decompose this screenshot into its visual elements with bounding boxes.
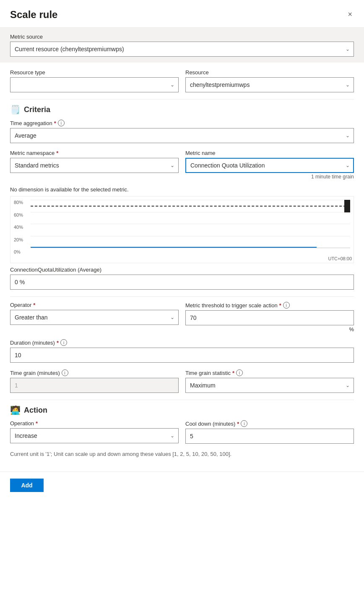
operator-threshold-row: Operator * Greater than ⌄ Metric thresho… [10,302,354,332]
operator-field: Operator * Greater than ⌄ [10,302,179,332]
close-button[interactable]: × [346,8,354,21]
divider-3 [10,400,354,400]
criteria-title: Criteria [24,105,50,114]
time-grain-statistic-label: Time grain statistic * i [185,369,354,376]
action-title: Action [24,406,47,415]
operation-label: Operation * [10,420,179,427]
resource-label: Resource [185,69,354,76]
metric-value-section: ConnectionQuotaUtilization (Average) 0 % [10,267,354,290]
metric-namespace-select[interactable]: Standard metrics [10,158,179,173]
resource-type-field: Resource type ⌄ [10,69,179,92]
grid-line-80 [31,200,350,200]
cool-down-label: Cool down (minutes) * i [185,420,354,427]
operator-required: * [33,302,35,308]
bottom-note: Current unit is '1'; Unit can scale up a… [10,450,354,458]
operator-label: Operator * [10,302,179,308]
duration-info-icon[interactable]: i [60,339,67,346]
operation-wrapper: Increase ⌄ [10,428,179,443]
time-grain-minutes-label: Time grain (minutes) i [10,369,179,376]
time-aggregation-select[interactable]: Average [10,128,354,143]
y-label-40: 40% [14,225,29,230]
metric-namespace-field: Metric namespace * Standard metrics ⌄ [10,150,179,180]
metric-threshold-unit: % [185,326,354,332]
action-header: 🧑‍💻 Action [10,405,354,415]
scale-rule-panel: Scale rule × Metric source Current resou… [0,0,364,499]
time-grain-statistic-wrapper: Maximum ⌄ [185,378,354,393]
operation-select[interactable]: Increase [10,428,179,443]
y-label-60: 60% [14,212,29,217]
metric-name-select[interactable]: Connection Quota Utilization [185,158,354,173]
cool-down-field: Cool down (minutes) * i [185,420,354,444]
metric-threshold-label: Metric threshold to trigger scale action… [185,302,354,309]
time-grain-statistic-info-icon[interactable]: i [236,369,243,376]
operation-field: Operation * Increase ⌄ [10,420,179,444]
cool-down-required: * [237,421,239,427]
metric-source-wrapper: Current resource (chenyltestpremiumwps) … [10,42,354,57]
metric-threshold-input[interactable] [185,310,354,325]
time-aggregation-info-icon[interactable]: i [58,120,65,126]
cool-down-info-icon[interactable]: i [241,420,247,427]
time-grain-minutes-info-icon[interactable]: i [62,369,68,376]
resource-type-label: Resource type [10,69,179,76]
operator-select[interactable]: Greater than [10,310,179,325]
panel-footer: Add [0,471,364,499]
chart-utc-label: UTC+08:00 [10,254,354,261]
metric-namespace-required: * [56,150,58,156]
metric-value-display: 0 % [10,275,354,290]
duration-label: Duration (minutes) * i [10,339,354,346]
chart-black-block [344,200,350,212]
action-icon: 🧑‍💻 [10,405,21,415]
metric-threshold-field: Metric threshold to trigger scale action… [185,302,354,332]
operation-required: * [36,420,38,427]
chart-area [31,200,350,248]
time-aggregation-section: Time aggregation * i Average ⌄ [10,120,354,143]
metric-value-label: ConnectionQuotaUtilization (Average) [10,267,354,273]
operation-cooldown-row: Operation * Increase ⌄ Cool down (minute… [10,420,354,444]
grid-line-20 [31,236,350,236]
chart-y-labels: 80% 60% 40% 20% 0% [14,200,29,254]
metric-name-field: Metric name Connection Quota Utilization… [185,150,354,180]
panel-title: Scale rule [10,9,57,21]
grid-line-60 [31,212,350,212]
metric-source-section: Metric source Current resource (chenylte… [0,28,364,63]
metric-source-select[interactable]: Current resource (chenyltestpremiumwps) [10,42,354,57]
divider-1 [10,99,354,99]
duration-input[interactable] [10,348,354,363]
metric-chart: 80% 60% 40% 20% 0% [10,196,354,263]
time-aggregation-wrapper: Average ⌄ [10,128,354,143]
y-label-80: 80% [14,200,29,205]
time-aggregation-required: * [54,120,56,126]
resource-row: Resource type ⌄ Resource chenyltestpremi… [10,69,354,92]
resource-type-wrapper: ⌄ [10,77,179,92]
metric-row: Metric namespace * Standard metrics ⌄ Me… [10,150,354,180]
time-grain-statistic-select[interactable]: Maximum [185,378,354,393]
threshold-dashed-line [31,206,350,207]
criteria-header: 🗒️ Criteria [10,105,354,115]
metric-threshold-info-icon[interactable]: i [283,302,290,309]
y-label-0: 0% [14,249,29,254]
chart-blue-line [31,247,317,248]
operator-wrapper: Greater than ⌄ [10,310,179,325]
time-grain-minutes-field: Time grain (minutes) i [10,369,179,393]
time-grain-note: 1 minute time grain [185,174,354,180]
no-dimension-message: No dimension is available for the select… [10,186,354,193]
resource-select[interactable]: chenyltestpremiumwps [185,77,354,92]
panel-body: Resource type ⌄ Resource chenyltestpremi… [0,63,364,468]
divider-2 [10,296,354,297]
criteria-icon: 🗒️ [10,105,21,115]
resource-type-select[interactable] [10,77,179,92]
metric-namespace-label: Metric namespace * [10,150,179,156]
resource-field: Resource chenyltestpremiumwps ⌄ [185,69,354,92]
time-grain-statistic-required: * [232,370,234,376]
duration-section: Duration (minutes) * i [10,339,354,363]
cool-down-input[interactable] [185,429,354,444]
metric-source-label: Metric source [10,34,354,40]
time-grain-minutes-input [10,378,179,393]
metric-name-wrapper: Connection Quota Utilization ⌄ [185,158,354,173]
add-button[interactable]: Add [10,479,44,492]
time-aggregation-label: Time aggregation * i [10,120,354,126]
chart-inner: 80% 60% 40% 20% 0% [14,200,350,254]
metric-name-label: Metric name [185,150,354,156]
time-grain-row: Time grain (minutes) i Time grain statis… [10,369,354,393]
metric-namespace-wrapper: Standard metrics ⌄ [10,158,179,173]
